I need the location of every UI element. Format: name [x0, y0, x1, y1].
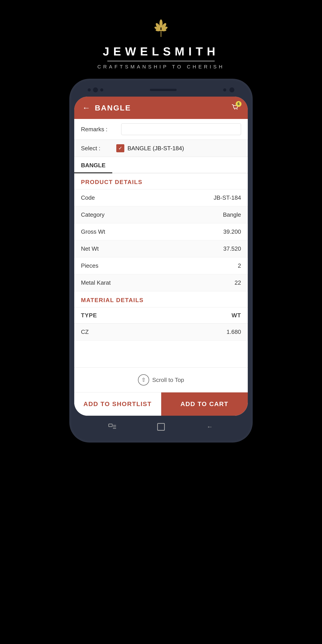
material-col-type: TYPE — [81, 312, 97, 319]
material-details-header: MATERIAL DETAILS — [74, 291, 248, 308]
scroll-to-top-button[interactable]: ⇧ Scroll to Top — [74, 368, 248, 392]
scroll-to-top-label: Scroll to Top — [152, 376, 184, 384]
remarks-row: Remarks : — [74, 119, 248, 140]
checkbox-checked-icon[interactable]: ✓ — [116, 144, 124, 152]
sensor-dot-1 — [88, 88, 91, 92]
phone-shell: ← BANGLE 6 Remarks : Select : — [69, 79, 253, 442]
svg-point-7 — [156, 29, 161, 31]
nav-back-icon[interactable]: ← — [205, 422, 214, 431]
back-button[interactable]: ← — [82, 103, 90, 112]
content-spacer — [74, 340, 248, 368]
material-wt-cz: 1.680 — [226, 328, 241, 336]
phone-sensors-right — [223, 88, 234, 92]
brand-tagline: CRAFTSMANSHIP TO CHERISH — [98, 64, 225, 70]
brand-divider — [107, 61, 215, 61]
nav-recent-apps-icon[interactable] — [108, 422, 117, 431]
cart-badge: 6 — [236, 101, 242, 107]
detail-row-metal-karat: Metal Karat 22 — [74, 274, 248, 291]
add-to-cart-button[interactable]: ADD TO CART — [161, 392, 248, 416]
phone-screen: ← BANGLE 6 Remarks : Select : — [74, 96, 248, 416]
add-to-shortlist-button[interactable]: ADD TO SHORTLIST — [74, 392, 161, 416]
sensor-dot-2 — [100, 88, 103, 92]
action-buttons: ADD TO SHORTLIST ADD TO CART — [74, 392, 248, 416]
svg-point-8 — [234, 109, 235, 110]
detail-row-gross-wt: Gross Wt 39.200 — [74, 224, 248, 240]
scroll-up-icon: ⇧ — [138, 374, 149, 386]
phone-speaker — [150, 89, 177, 91]
select-value: BANGLE (JB-ST-184) — [128, 145, 184, 152]
app-header: ← BANGLE 6 — [74, 96, 248, 119]
phone-bottom-bar: ← — [74, 418, 248, 436]
svg-point-9 — [236, 109, 238, 110]
sensor-dot-3 — [223, 88, 226, 92]
brand-area: JEWELSMITH CRAFTSMANSHIP TO CHERISH — [98, 0, 225, 79]
material-col-wt: WT — [232, 312, 241, 319]
remarks-label: Remarks : — [81, 126, 121, 133]
brand-logo-icon — [148, 18, 174, 40]
detail-row-pieces: Pieces 2 — [74, 258, 248, 274]
material-row-cz: CZ 1.680 — [74, 324, 248, 340]
cart-icon-button[interactable]: 6 — [231, 103, 240, 113]
nav-home-icon[interactable] — [157, 423, 165, 431]
app-content: Remarks : Select : ✓ BANGLE (JB-ST-184) … — [74, 119, 248, 416]
remarks-input[interactable] — [121, 124, 241, 135]
camera-dot — [93, 88, 98, 92]
detail-row-net-wt: Net Wt 37.520 — [74, 240, 248, 258]
select-row: Select : ✓ BANGLE (JB-ST-184) — [74, 140, 248, 157]
checkbox-wrap: ✓ BANGLE (JB-ST-184) — [116, 144, 184, 152]
front-camera — [230, 88, 234, 92]
material-table-header: TYPE WT — [74, 308, 248, 324]
svg-point-6 — [161, 29, 166, 31]
detail-row-code: Code JB-ST-184 — [74, 190, 248, 206]
product-details-header: PRODUCT DETAILS — [74, 173, 248, 190]
tab-bangle[interactable]: BANGLE — [74, 157, 112, 173]
tab-bar: BANGLE — [74, 157, 248, 173]
page-title: BANGLE — [95, 104, 231, 112]
select-label: Select : — [81, 145, 112, 152]
brand-name: JEWELSMITH — [103, 45, 219, 58]
svg-rect-10 — [109, 424, 112, 427]
product-details-rows: Code JB-ST-184 Category Bangle Gross Wt … — [74, 190, 248, 291]
detail-row-category: Category Bangle — [74, 206, 248, 224]
phone-top-bar — [74, 86, 248, 94]
material-type-cz: CZ — [81, 328, 89, 336]
phone-sensors-left — [88, 88, 103, 92]
